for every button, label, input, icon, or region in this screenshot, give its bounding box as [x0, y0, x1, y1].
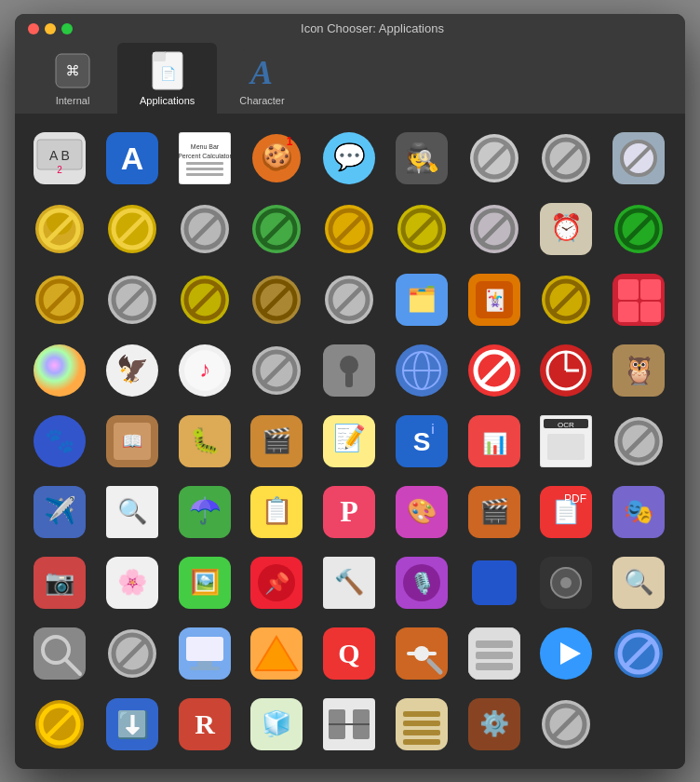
icon-cell[interactable] [532, 549, 599, 616]
icon-cell[interactable]: P [316, 479, 383, 546]
icon-cell[interactable] [605, 408, 672, 475]
tab-applications[interactable]: 📄 Applications [117, 43, 217, 114]
icon-cell[interactable] [316, 266, 383, 333]
icon-cell[interactable]: 🎨 [388, 479, 455, 546]
icon-cell[interactable] [532, 266, 599, 333]
svg-text:🔍: 🔍 [117, 496, 148, 526]
icon-cell[interactable]: 🎬 [243, 408, 310, 475]
icon-cell[interactable]: 🍪1 [243, 125, 310, 192]
icon-cell[interactable] [243, 196, 310, 263]
icon-cell[interactable]: 🕵️ [388, 125, 455, 192]
icon-cell[interactable] [171, 196, 238, 263]
icon-cell[interactable] [532, 691, 599, 758]
icon-cell[interactable] [316, 196, 383, 263]
icon-cell[interactable] [461, 549, 528, 616]
icon-cell[interactable] [461, 337, 528, 404]
close-button[interactable] [28, 23, 39, 34]
icon-cell[interactable]: ⏰ [532, 196, 599, 263]
icon-cell[interactable]: 🐛 [171, 408, 238, 475]
svg-text:🎬: 🎬 [262, 425, 292, 455]
tab-character[interactable]: A Character [217, 43, 306, 114]
icon-cell[interactable]: 🃏 [461, 266, 528, 333]
minimize-button[interactable] [45, 23, 56, 34]
icon-cell[interactable]: A [99, 125, 166, 192]
svg-text:🎙️: 🎙️ [409, 571, 435, 596]
icon-cell[interactable]: 🗂️ [388, 266, 455, 333]
icon-cell[interactable]: 🌸 [99, 549, 166, 616]
icon-cell[interactable] [26, 196, 93, 263]
icon-cell[interactable]: ♪ [171, 337, 238, 404]
icon-cell[interactable]: 📄PDF [532, 479, 599, 546]
icon-cell[interactable]: OCR [532, 408, 599, 475]
icon-cell[interactable] [99, 620, 166, 687]
icon-cell[interactable] [99, 266, 166, 333]
svg-rect-189 [197, 661, 212, 667]
icon-cell[interactable]: 🧊 [243, 691, 310, 758]
icon-cell[interactable] [26, 691, 93, 758]
icon-cell[interactable] [388, 691, 455, 758]
svg-rect-200 [476, 640, 513, 648]
svg-text:💬: 💬 [333, 142, 366, 172]
icon-cell[interactable] [605, 196, 672, 263]
icon-cell[interactable] [316, 691, 383, 758]
icon-cell[interactable]: 📖 [99, 408, 166, 475]
icon-cell[interactable]: 🖼️ [171, 549, 238, 616]
icon-cell[interactable]: ☂️ [171, 479, 238, 546]
icon-cell[interactable]: 🔍 [99, 479, 166, 546]
icon-cell[interactable] [605, 691, 672, 758]
icon-cell[interactable]: 🐾 [26, 408, 93, 475]
icon-cell[interactable]: ⬇️ [99, 691, 166, 758]
icon-cell[interactable] [316, 337, 383, 404]
icon-cell[interactable]: 🔨 [316, 549, 383, 616]
icon-cell[interactable]: 📷 [26, 549, 93, 616]
icon-cell[interactable]: 🔍 [605, 549, 672, 616]
svg-text:🐛: 🐛 [190, 425, 221, 455]
icon-cell[interactable]: 🎙️ [388, 549, 455, 616]
maximize-button[interactable] [61, 23, 73, 34]
icon-cell[interactable]: R [171, 691, 238, 758]
svg-text:🎬: 🎬 [479, 496, 510, 526]
icon-cell[interactable] [243, 337, 310, 404]
icon-cell[interactable] [99, 196, 166, 263]
icon-cell[interactable]: 💬 [316, 125, 383, 192]
svg-text:🎭: 🎭 [624, 496, 654, 526]
icon-cell[interactable]: 🦅 [99, 337, 166, 404]
icon-cell[interactable] [605, 620, 672, 687]
svg-text:1: 1 [287, 135, 293, 148]
tab-internal[interactable]: ⌘ Internal [28, 43, 117, 114]
icon-cell[interactable]: ⚙️ [461, 691, 528, 758]
icon-cell[interactable] [605, 125, 672, 192]
icon-cell[interactable]: 📌 [243, 549, 310, 616]
svg-text:📊: 📊 [481, 431, 507, 456]
icon-cell[interactable] [26, 337, 93, 404]
icon-cell[interactable] [388, 196, 455, 263]
icon-cell[interactable] [461, 196, 528, 263]
icon-cell[interactable] [243, 266, 310, 333]
icon-cell[interactable]: 📋 [243, 479, 310, 546]
icon-cell[interactable]: 📝 [316, 408, 383, 475]
icon-cell[interactable] [605, 266, 672, 333]
icon-cell[interactable]: 🎬 [461, 479, 528, 546]
icon-cell[interactable]: 🎭 [605, 479, 672, 546]
icon-cell[interactable]: 📊 [461, 408, 528, 475]
icon-cell[interactable] [532, 620, 599, 687]
icon-cell[interactable] [532, 125, 599, 192]
icon-cell[interactable]: 🦉 [605, 337, 672, 404]
svg-text:OCR: OCR [559, 421, 575, 429]
icon-cell[interactable]: Menu BarPercent Calculator [171, 125, 238, 192]
icon-cell[interactable] [532, 337, 599, 404]
icon-cell[interactable]: ✈️ [26, 479, 93, 546]
icon-cell[interactable]: Si [388, 408, 455, 475]
svg-text:P: P [340, 494, 358, 528]
icon-cell[interactable] [26, 266, 93, 333]
icon-cell[interactable]: Q [316, 620, 383, 687]
icon-cell[interactable] [26, 620, 93, 687]
icon-cell[interactable] [388, 337, 455, 404]
icon-cell[interactable] [388, 620, 455, 687]
icon-cell[interactable] [461, 620, 528, 687]
icon-cell[interactable] [171, 620, 238, 687]
icon-cell[interactable] [461, 125, 528, 192]
icon-cell[interactable]: A B2 [26, 125, 93, 192]
icon-cell[interactable] [243, 620, 310, 687]
icon-cell[interactable] [171, 266, 238, 333]
